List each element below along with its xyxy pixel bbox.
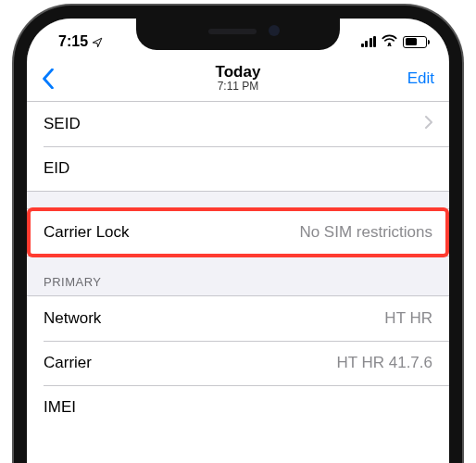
row-label: SEID	[44, 115, 81, 133]
row-carrier-lock[interactable]: Carrier Lock No SIM restrictions	[27, 207, 449, 257]
row-value: No SIM restrictions	[299, 223, 432, 242]
location-icon	[92, 35, 103, 46]
row-seid[interactable]: SEID	[27, 102, 449, 146]
wifi-icon	[382, 33, 397, 50]
section-spacer	[27, 191, 449, 209]
row-label: Carrier	[44, 354, 92, 372]
row-value: HT HR 41.7.6	[336, 354, 432, 372]
back-button[interactable]	[42, 69, 55, 89]
row-carrier[interactable]: Carrier HT HR 41.7.6	[27, 341, 449, 385]
row-value: HT HR	[384, 309, 432, 328]
device-notch	[136, 19, 340, 50]
battery-icon	[403, 36, 427, 48]
row-label: Carrier Lock	[44, 223, 130, 242]
edit-button[interactable]: Edit	[407, 69, 434, 88]
chevron-right-icon	[425, 115, 432, 133]
row-label: IMEI	[44, 398, 76, 417]
page-title: Today	[216, 63, 261, 81]
page-subtitle: 7:11 PM	[216, 81, 261, 94]
row-label: Network	[44, 309, 101, 328]
cellular-icon	[361, 36, 377, 47]
row-imei[interactable]: IMEI	[27, 385, 449, 430]
section-header-primary: PRIMARY	[27, 256, 449, 296]
row-network[interactable]: Network HT HR	[27, 296, 449, 341]
row-eid[interactable]: EID	[27, 146, 449, 191]
status-time: 7:15	[58, 33, 88, 50]
navigation-bar: Today 7:11 PM Edit	[27, 56, 449, 102]
row-label: EID	[44, 159, 69, 178]
svg-point-0	[388, 43, 391, 45]
